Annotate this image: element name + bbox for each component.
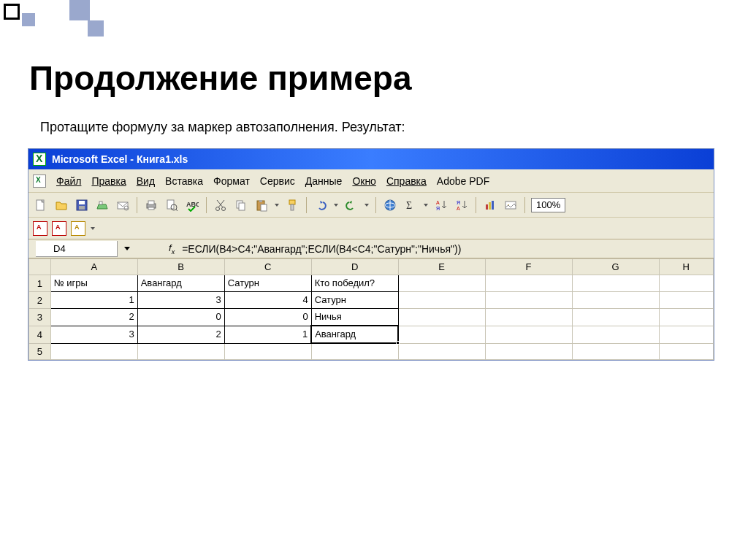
- print-preview-icon[interactable]: [164, 197, 180, 213]
- format-painter-icon[interactable]: [284, 197, 300, 213]
- cell[interactable]: Авангард: [138, 275, 224, 291]
- fx-label[interactable]: fx: [169, 242, 175, 256]
- col-header-G[interactable]: G: [572, 259, 659, 275]
- cell[interactable]: 0: [138, 309, 224, 326]
- spellcheck-icon[interactable]: ABC: [184, 197, 200, 213]
- cell[interactable]: [573, 309, 659, 326]
- col-header-A[interactable]: A: [50, 259, 137, 275]
- menu-adobe-pdf[interactable]: Adobe PDF: [437, 175, 489, 187]
- cell[interactable]: 2: [138, 326, 224, 343]
- cell[interactable]: Сатурн: [312, 292, 398, 308]
- pdf-review-icon[interactable]: [71, 221, 85, 236]
- cell[interactable]: 3: [138, 292, 224, 308]
- cell[interactable]: [660, 292, 713, 308]
- cell[interactable]: [486, 275, 572, 291]
- col-header-B[interactable]: B: [137, 259, 224, 275]
- print-icon[interactable]: [143, 197, 159, 213]
- menu-data[interactable]: Данные: [305, 175, 343, 187]
- active-cell-ref: D4: [53, 243, 66, 254]
- formula-content[interactable]: =ЕСЛИ(B4>C4;"Авангард";ЕСЛИ(B4<C4;"Сатур…: [182, 243, 714, 255]
- cell[interactable]: [660, 326, 713, 343]
- cell[interactable]: [660, 344, 713, 359]
- cell[interactable]: 1: [225, 326, 310, 343]
- menu-insert[interactable]: Вставка: [165, 175, 203, 187]
- cut-icon[interactable]: [213, 197, 229, 213]
- chart-wizard-icon[interactable]: [482, 197, 498, 213]
- cell[interactable]: [312, 344, 398, 359]
- cell[interactable]: Сатурн: [225, 275, 311, 291]
- name-box[interactable]: D4: [36, 241, 118, 257]
- cell[interactable]: [486, 344, 572, 359]
- cell[interactable]: Ничья: [312, 309, 398, 325]
- copy-icon[interactable]: [233, 197, 249, 213]
- cell[interactable]: [573, 326, 659, 343]
- permissions-icon[interactable]: [94, 197, 110, 213]
- cell[interactable]: [138, 344, 224, 359]
- pdf-email-icon[interactable]: [52, 221, 66, 236]
- redo-dropdown-icon[interactable]: [364, 197, 370, 213]
- cell[interactable]: 0: [225, 309, 311, 326]
- cell[interactable]: Авангард: [312, 326, 397, 342]
- cell[interactable]: [51, 344, 137, 359]
- pdf-convert-icon[interactable]: [33, 221, 47, 236]
- menu-tools[interactable]: Сервис: [260, 175, 295, 187]
- cell[interactable]: Кто победил?: [312, 275, 398, 291]
- col-header-H[interactable]: H: [659, 259, 713, 275]
- select-all-corner[interactable]: [29, 259, 51, 275]
- cell[interactable]: [399, 292, 485, 308]
- row-header-3[interactable]: 3: [29, 309, 51, 326]
- save-icon[interactable]: [74, 197, 90, 213]
- col-header-F[interactable]: F: [485, 259, 572, 275]
- undo-icon[interactable]: [313, 197, 329, 213]
- menu-view[interactable]: Вид: [137, 175, 155, 187]
- cell[interactable]: [399, 275, 485, 291]
- row-header-2[interactable]: 2: [29, 292, 51, 309]
- cell[interactable]: 2: [51, 309, 137, 326]
- active-cell-D4[interactable]: Авангард: [311, 326, 398, 343]
- menu-help[interactable]: Справка: [386, 175, 427, 187]
- zoom-box[interactable]: 100%: [531, 198, 565, 212]
- cell[interactable]: [573, 344, 659, 359]
- menu-window[interactable]: Окно: [352, 175, 376, 187]
- email-icon[interactable]: [115, 197, 131, 213]
- cell[interactable]: [660, 275, 713, 291]
- pdf-dropdown-icon[interactable]: [90, 220, 96, 237]
- new-icon[interactable]: [33, 197, 49, 213]
- row-header-1[interactable]: 1: [29, 275, 51, 292]
- row-header-4[interactable]: 4: [29, 326, 51, 343]
- cell[interactable]: [486, 292, 572, 308]
- fill-handle[interactable]: [396, 341, 400, 345]
- cell[interactable]: [399, 344, 485, 359]
- col-header-D[interactable]: D: [311, 259, 398, 275]
- cell[interactable]: [486, 309, 572, 326]
- cell[interactable]: [486, 326, 572, 343]
- cell[interactable]: [660, 309, 713, 326]
- cell[interactable]: [225, 344, 311, 359]
- menu-file[interactable]: Файл: [56, 175, 81, 187]
- cell[interactable]: [399, 309, 485, 326]
- hyperlink-icon[interactable]: [382, 197, 398, 213]
- autosum-icon[interactable]: Σ: [402, 197, 419, 213]
- open-icon[interactable]: [53, 197, 69, 213]
- redo-icon[interactable]: [343, 197, 359, 213]
- sort-desc-icon[interactable]: ЯА: [454, 197, 470, 213]
- paste-dropdown-icon[interactable]: [274, 197, 280, 213]
- autosum-dropdown-icon[interactable]: [423, 197, 429, 213]
- col-header-E[interactable]: E: [398, 259, 485, 275]
- col-header-C[interactable]: C: [224, 259, 311, 275]
- paste-icon[interactable]: [253, 197, 270, 213]
- cell[interactable]: [573, 292, 659, 308]
- row-header-5[interactable]: 5: [29, 343, 51, 359]
- cell[interactable]: № игры: [51, 275, 137, 291]
- undo-dropdown-icon[interactable]: [333, 197, 339, 213]
- drawing-icon[interactable]: [503, 197, 519, 213]
- name-box-dropdown-icon[interactable]: [121, 243, 133, 255]
- menu-format[interactable]: Формат: [213, 175, 250, 187]
- cell[interactable]: [573, 275, 659, 291]
- cell[interactable]: 4: [225, 292, 311, 308]
- cell[interactable]: 1: [51, 292, 137, 308]
- menu-edit[interactable]: Правка: [91, 175, 126, 187]
- sort-asc-icon[interactable]: АЯ: [433, 197, 449, 213]
- cell[interactable]: 3: [51, 326, 137, 343]
- cell[interactable]: [399, 326, 484, 343]
